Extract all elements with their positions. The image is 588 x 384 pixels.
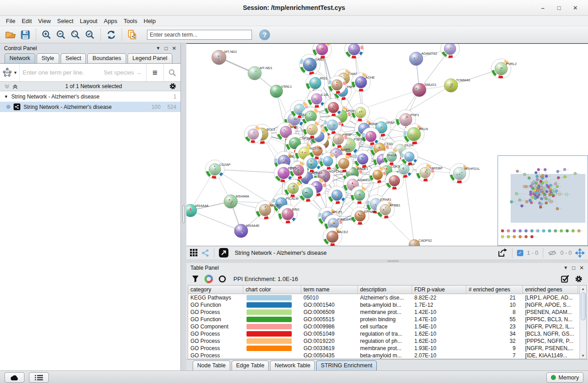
tab-style[interactable]: Style xyxy=(37,53,59,63)
float-panel-icon[interactable]: □ xyxy=(572,265,575,271)
panel-menu-icon[interactable]: ▼ xyxy=(156,46,161,51)
table-row[interactable]: GO ProcessGO:0019220regulation of ph...1… xyxy=(188,337,579,345)
scroll-up-icon[interactable]: ▲ xyxy=(581,286,585,292)
save-session-button[interactable] xyxy=(18,28,33,42)
menu-file[interactable]: File xyxy=(3,17,19,25)
string-search-button[interactable] xyxy=(163,64,180,81)
network-node[interactable] xyxy=(345,44,364,59)
select-checkbox-icon[interactable] xyxy=(561,275,569,283)
birds-eye-toggle-icon[interactable] xyxy=(201,249,209,257)
table-row[interactable]: GO ProcessGO:0033619membrane prot...1.93… xyxy=(188,345,579,352)
network-row[interactable]: String Network - Alzheimer's disease 100… xyxy=(0,102,180,112)
gear-icon[interactable] xyxy=(575,275,583,283)
tab-select[interactable]: Select xyxy=(61,53,86,63)
network-collection-row[interactable]: ▼ String Network - Alzheimer's disease 1 xyxy=(0,91,180,102)
zoom-selected-button[interactable] xyxy=(83,28,97,42)
remove-chart-icon[interactable] xyxy=(218,275,226,283)
tab-network-table[interactable]: Network Table xyxy=(270,361,315,370)
cloud-tasks-button[interactable] xyxy=(5,372,24,383)
tree-expand-icon[interactable]: ▼ xyxy=(4,94,8,99)
scroll-down-icon[interactable]: ▼ xyxy=(581,352,585,359)
filter-icon[interactable] xyxy=(192,275,199,282)
network-node[interactable] xyxy=(362,127,380,145)
column-header-4[interactable]: FDR p-value xyxy=(412,286,466,294)
menu-edit[interactable]: Edit xyxy=(19,17,35,25)
column-header-3[interactable]: description xyxy=(358,286,412,294)
menu-select[interactable]: Select xyxy=(54,17,76,25)
string-protein-query-button[interactable]: STRING ▼ xyxy=(0,64,20,81)
tab-node-table[interactable]: Node Table xyxy=(193,361,230,370)
network-node[interactable] xyxy=(323,116,341,134)
help-button[interactable]: ? xyxy=(259,29,270,40)
float-panel-icon[interactable]: □ xyxy=(165,45,168,52)
table-row[interactable]: GO ProcessGO:0006509membrane prot...1.42… xyxy=(188,309,579,316)
vertical-splitter[interactable] xyxy=(181,43,186,370)
hidden-eye-icon[interactable] xyxy=(548,250,557,256)
table-row[interactable]: GO FunctionGO:0005515protein binding1.47… xyxy=(188,316,579,323)
tab-string-enrichment[interactable]: STRING Enrichment xyxy=(316,361,377,370)
table-row[interactable]: GO ComponentGO:0009986cell surface1.54E-… xyxy=(188,323,579,330)
clone-network-button[interactable] xyxy=(125,28,140,42)
network-node[interactable] xyxy=(328,76,346,94)
table-row[interactable]: GO FunctionGO:0001540beta-amyloid bi...1… xyxy=(188,301,579,309)
network-node[interactable] xyxy=(441,44,460,58)
network-node[interactable] xyxy=(303,121,321,139)
close-button[interactable]: ✕ xyxy=(567,5,583,11)
birds-eye-view[interactable] xyxy=(498,155,588,246)
network-node[interactable] xyxy=(244,125,262,143)
tab-edge-table[interactable]: Edge Table xyxy=(232,361,269,370)
gear-icon[interactable] xyxy=(169,83,176,90)
zoom-out-button[interactable] xyxy=(54,28,68,42)
column-header-5[interactable]: # enriched genes xyxy=(466,286,523,294)
memory-button[interactable]: Memory xyxy=(546,372,583,383)
selected-checkbox-icon[interactable]: ✓ xyxy=(517,250,523,256)
network-node[interactable] xyxy=(385,172,403,190)
tab-network[interactable]: Network xyxy=(5,53,35,63)
network-node[interactable] xyxy=(328,186,346,204)
menu-apps[interactable]: Apps xyxy=(101,17,121,25)
string-query-input[interactable] xyxy=(20,69,104,76)
table-row[interactable]: KEGG Pathways05010Alzheimer's dise...8.8… xyxy=(188,294,579,301)
open-in-browser-button[interactable] xyxy=(219,248,228,258)
menu-view[interactable]: View xyxy=(35,17,54,25)
table-scrollbar[interactable]: ▲ ▼ xyxy=(579,286,586,359)
minimize-button[interactable]: – xyxy=(535,5,551,11)
menu-layout[interactable]: Layout xyxy=(76,17,100,25)
menu-tools[interactable]: Tools xyxy=(120,17,140,25)
horizontal-splitter[interactable] xyxy=(186,259,588,263)
maximize-button[interactable]: □ xyxy=(551,5,567,11)
pan-tool-icon[interactable] xyxy=(575,248,584,258)
close-panel-icon[interactable]: ✕ xyxy=(579,265,584,271)
table-row[interactable]: GO ProcessGO:0051049regulation of tra...… xyxy=(188,330,579,337)
tab-boundaries[interactable]: Boundaries xyxy=(87,53,126,63)
network-node[interactable] xyxy=(324,98,342,117)
task-history-button[interactable] xyxy=(29,372,49,383)
string-options-button[interactable]: ≡ xyxy=(146,64,163,81)
table-row[interactable]: GO ProcessGO:0050435beta-amyloid m...2.0… xyxy=(188,352,579,359)
column-header-1[interactable]: chart color xyxy=(243,286,301,294)
network-node[interactable] xyxy=(319,153,337,170)
panel-menu-icon[interactable]: ▼ xyxy=(564,265,568,270)
splitter-grip[interactable] xyxy=(387,260,399,262)
column-header-0[interactable]: category xyxy=(188,286,243,294)
chart-settings-icon[interactable] xyxy=(204,275,213,283)
network-node[interactable] xyxy=(284,179,302,197)
column-header-2[interactable]: term name xyxy=(301,286,358,294)
splitter-grip[interactable] xyxy=(182,205,185,223)
menu-help[interactable]: Help xyxy=(141,17,159,25)
zoom-fit-button[interactable] xyxy=(68,28,83,42)
network-canvas[interactable]: MT-ND2MT-ND1VSNL1GAB2ADAMTS2PVRL2TOMM40S… xyxy=(186,43,588,246)
search-input[interactable] xyxy=(147,30,252,40)
collapse-all-icon[interactable] xyxy=(4,84,10,89)
refresh-button[interactable] xyxy=(104,28,119,42)
network-node[interactable] xyxy=(369,166,386,183)
scrollbar-thumb[interactable] xyxy=(581,292,586,320)
expand-all-icon[interactable] xyxy=(12,84,18,89)
tab-legend-panel[interactable]: Legend Panel xyxy=(128,53,172,63)
column-header-6[interactable]: enriched genes xyxy=(523,286,578,294)
export-network-icon[interactable] xyxy=(498,248,507,258)
close-panel-icon[interactable]: ✕ xyxy=(172,45,176,52)
network-node[interactable] xyxy=(351,186,369,204)
grid-view-icon[interactable] xyxy=(190,249,198,257)
zoom-in-button[interactable] xyxy=(39,28,54,42)
